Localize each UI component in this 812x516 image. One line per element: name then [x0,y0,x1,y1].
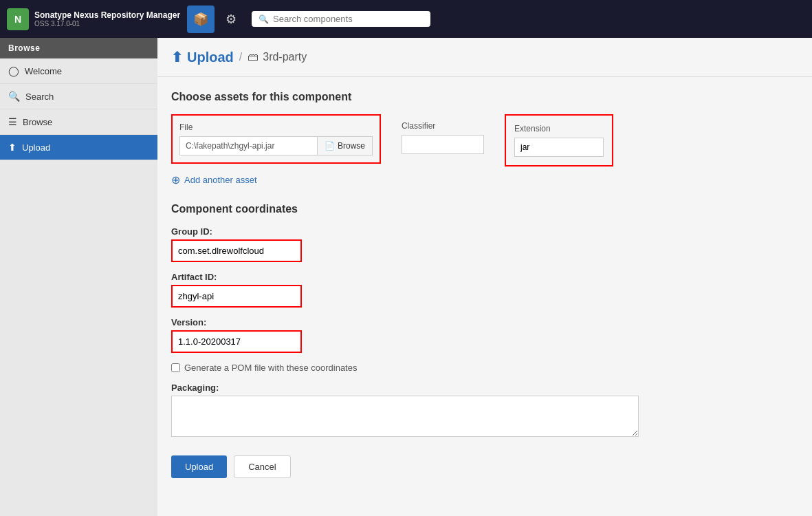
browse-icon: ☰ [8,116,17,127]
breadcrumb-repo: 🗃 3rd-party [248,51,307,63]
browse-button[interactable]: 📄 Browse [317,136,373,155]
artifact-id-field: Artifact ID: [171,272,798,308]
classifier-field: Classifier [395,114,491,161]
extension-input[interactable] [514,138,604,157]
packaging-field: Packaging: [171,383,798,439]
sidebar-item-label-upload: Upload [22,142,50,153]
upload-button[interactable]: Upload [171,455,227,478]
logo-text: Sonatype Nexus Repository Manager OSS 3.… [34,10,180,28]
sidebar: Browse ◯ Welcome 🔍 Search ☰ Browse ⬆ Upl… [0,38,157,516]
add-asset-button[interactable]: ⊕ Add another asset [171,173,257,186]
browse-label: Browse [338,141,365,151]
main-layout: Browse ◯ Welcome 🔍 Search ☰ Browse ⬆ Upl… [0,38,812,516]
browse-icon: 📄 [325,141,335,151]
coordinates-section: Component coordinates Group ID: Artifact… [171,203,798,439]
app-title: Sonatype Nexus Repository Manager [34,10,180,20]
pom-checkbox-row: Generate a POM file with these coordinat… [171,363,798,373]
sidebar-item-browse[interactable]: ☰ Browse [0,109,157,135]
assets-section-title: Choose assets for this component [171,91,798,103]
classifier-input[interactable] [402,135,484,154]
extension-field: Extension [505,114,613,166]
app-version: OSS 3.17.0-01 [34,20,180,28]
coordinates-section-title: Component coordinates [171,203,798,215]
repo-icon: 🗃 [248,51,259,63]
search-bar[interactable]: 🔍 [252,11,430,27]
sidebar-item-upload[interactable]: ⬆ Upload [0,135,157,160]
add-asset-icon: ⊕ [171,173,180,186]
version-label: Version: [171,317,798,327]
form-content: Choose assets for this component File 📄 … [157,77,812,492]
assets-section: Choose assets for this component File 📄 … [171,91,798,186]
breadcrumb-repo-label: 3rd-party [263,51,307,63]
sidebar-item-label-welcome: Welcome [25,66,62,76]
add-asset-label: Add another asset [184,175,257,185]
artifact-id-input[interactable] [171,285,302,308]
content-area: ⬆ Upload / 🗃 3rd-party Choose assets for… [157,38,812,516]
artifact-id-label: Artifact ID: [171,272,798,282]
assets-grid: File 📄 Browse Classifier [171,114,798,166]
search-sidebar-icon: 🔍 [8,91,20,102]
packaging-input[interactable] [171,396,639,437]
group-id-input[interactable] [171,239,302,262]
welcome-icon: ◯ [8,65,19,76]
app-logo: N Sonatype Nexus Repository Manager OSS … [7,8,180,30]
cancel-button[interactable]: Cancel [234,455,290,478]
logo-icon: N [7,8,29,30]
pom-checkbox[interactable] [171,363,180,372]
file-field-wrapper: File 📄 Browse [171,114,381,164]
packaging-label: Packaging: [171,383,798,393]
settings-nav-button[interactable]: ⚙ [217,6,245,33]
group-id-field: Group ID: [171,226,798,262]
upload-breadcrumb-icon: ⬆ [171,49,183,65]
app-header: N Sonatype Nexus Repository Manager OSS … [0,0,812,38]
version-field: Version: [171,317,798,353]
file-input-row: 📄 Browse [179,136,373,155]
search-icon: 🔍 [259,14,269,24]
breadcrumb-upload: ⬆ Upload [171,49,234,65]
sidebar-item-welcome[interactable]: ◯ Welcome [0,58,157,84]
breadcrumb-separator: / [239,51,242,63]
pom-label: Generate a POM file with these coordinat… [184,363,357,373]
group-id-label: Group ID: [171,226,798,237]
extension-label: Extension [514,124,604,133]
breadcrumb: ⬆ Upload / 🗃 3rd-party [157,38,812,77]
sidebar-item-search[interactable]: 🔍 Search [0,84,157,109]
components-nav-button[interactable]: 📦 [187,6,215,33]
file-label: File [179,122,373,132]
upload-sidebar-icon: ⬆ [8,142,17,153]
sidebar-item-label-search: Search [25,92,54,102]
sidebar-item-label-browse: Browse [23,117,52,127]
header-nav: 📦 ⚙ [187,6,245,33]
search-input[interactable] [273,14,424,24]
file-path-input[interactable] [179,136,317,155]
sidebar-header: Browse [0,38,157,58]
classifier-label: Classifier [402,121,484,131]
upload-breadcrumb-label: Upload [187,50,234,65]
action-buttons: Upload Cancel [171,455,798,478]
version-input[interactable] [171,330,302,353]
